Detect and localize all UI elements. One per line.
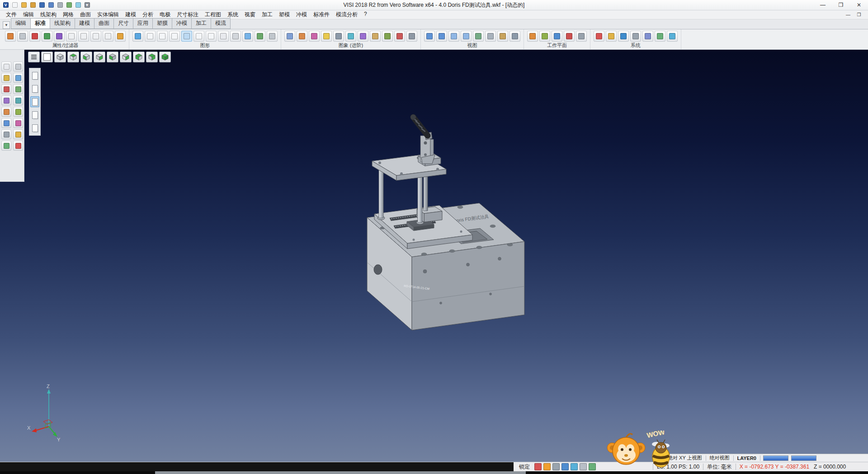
print-icon[interactable] [56,1,64,9]
animation-icon[interactable] [394,31,405,42]
snap-point-icon[interactable] [1,73,11,83]
mirror-icon[interactable] [1,141,11,151]
minimize-button[interactable]: — [814,0,832,10]
open-file-icon[interactable] [20,1,28,9]
display-options-icon[interactable] [267,31,278,42]
snap-intersection-icon[interactable] [1,95,11,105]
menu-item-flow-analysis[interactable]: 模流分析 [333,10,361,19]
delete-icon[interactable] [13,141,23,151]
visi-logo-icon[interactable]: V [2,1,9,9]
snapshot-icon[interactable] [370,31,381,42]
view-preset-3[interactable] [30,96,39,107]
tab-press[interactable]: 冲模 [172,18,192,29]
menu-item-mould[interactable]: 塑模 [276,10,293,19]
flat-shading-icon[interactable] [218,31,229,42]
close-button[interactable]: ✕ [850,0,868,10]
mask-points-icon[interactable] [66,31,77,42]
backface-icon[interactable] [230,31,241,42]
wireframe-display-icon[interactable] [145,31,156,42]
zoom-status-icon[interactable] [561,463,569,470]
menu-item-window[interactable]: 视窗 [241,10,259,19]
trim-icon[interactable] [1,107,11,117]
workplane-manager-icon[interactable] [576,31,587,42]
named-views-icon[interactable] [497,31,508,42]
help-status-icon[interactable] [571,463,578,470]
view-cube-status-icon[interactable] [580,463,587,470]
save-icon[interactable] [38,1,46,9]
view-preset-1[interactable] [30,70,39,81]
mask-curves-icon[interactable] [78,31,89,42]
iso-view-icon[interactable] [54,52,66,62]
zoom-in-icon[interactable] [448,31,459,42]
preview-icon[interactable] [65,1,73,9]
iso-left-view-icon[interactable] [133,52,145,62]
workplane-by-view-icon[interactable] [552,31,562,42]
select-icon[interactable] [1,62,11,71]
copy-attributes-icon[interactable] [17,31,28,42]
layer-manager-icon[interactable] [42,31,52,42]
lights-icon[interactable] [321,31,332,42]
mask-solids-icon[interactable] [103,31,113,42]
zoom-all-icon[interactable] [424,31,435,42]
align-workplane-icon[interactable] [539,31,550,42]
tab-surface[interactable]: 曲面 [94,18,114,29]
snap-quadrant-icon[interactable] [13,84,23,94]
materials-icon[interactable] [297,31,307,42]
tab-application[interactable]: 应用 [133,18,153,29]
maximize-button[interactable]: ❐ [832,0,850,10]
viewport-3d[interactable]: Doris FD测试治具 RD-0714-05-21-CM [0,50,868,462]
tab-modelling[interactable]: 建模 [75,18,94,29]
shaded-edges-icon[interactable] [181,31,192,42]
active-layer-indicator[interactable]: LAYER0 [734,455,760,461]
fillet-icon[interactable] [1,118,11,128]
front-view-icon[interactable] [80,52,92,62]
view-preset-4[interactable] [30,109,39,120]
transparent-icon[interactable] [193,31,204,42]
side-view-icon[interactable] [94,52,105,62]
tab-edit[interactable]: 编辑 [11,18,31,29]
environment-icon[interactable] [345,31,356,42]
open-recent-icon[interactable] [29,1,37,9]
database-icon[interactable] [655,31,665,42]
tab-dimension[interactable]: 尺寸 [114,18,133,29]
element-filter-icon[interactable] [54,31,65,42]
snap-lock-toggle[interactable]: 锁定 [514,463,534,471]
snap-settings-icon[interactable] [606,31,617,42]
hidden-line-icon[interactable] [157,31,168,42]
menu-item-press[interactable]: 冲模 [293,10,310,19]
settings-status-icon[interactable] [552,463,560,470]
shaded-icon[interactable] [169,31,180,42]
shaded-cube-view-icon[interactable] [159,52,171,62]
mdi-minimize-button[interactable]: — [844,12,852,17]
layer-colors-status-icon[interactable] [589,463,596,470]
previous-view-icon[interactable] [485,31,496,42]
tab-mould[interactable]: 塑膜 [153,18,172,29]
reflection-icon[interactable] [358,31,368,42]
snap-center-icon[interactable] [1,84,11,94]
system-settings-icon[interactable] [630,31,641,42]
render-setup-icon[interactable] [284,31,295,42]
view-list-icon[interactable] [28,52,40,62]
translate-icon[interactable] [1,129,11,139]
mask-surfaces-icon[interactable] [90,31,101,42]
advanced-display-icon[interactable] [406,31,417,42]
tab-flow[interactable]: 模流 [211,18,231,29]
toolbar-options-icon[interactable]: ▾ [83,1,91,9]
new-document-icon[interactable] [11,1,19,9]
view-reference-indicator[interactable]: 绝对视图 [706,455,733,461]
menu-item-help[interactable]: ? [361,10,370,19]
image-export-icon[interactable] [382,31,393,42]
grid-icon[interactable] [642,31,653,42]
gouraud-icon[interactable] [206,31,217,42]
zoom-window-icon[interactable] [436,31,447,42]
back-view-icon[interactable] [107,52,118,62]
shadows-icon[interactable] [333,31,344,42]
menu-item-machining[interactable]: 加工 [259,10,276,19]
bottom-view-icon[interactable] [120,52,132,62]
textures-icon[interactable] [309,31,320,42]
globe-icon[interactable] [618,31,629,42]
assistant-status-icon[interactable] [543,463,551,470]
empty-view-icon[interactable] [41,52,53,62]
snap-tangent-icon[interactable] [13,95,23,105]
selection-filter-icon[interactable] [115,31,126,42]
